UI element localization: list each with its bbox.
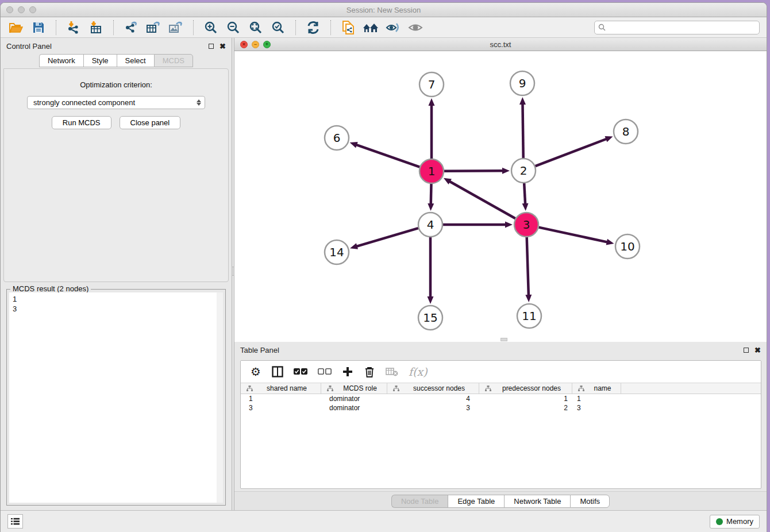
search-input[interactable] <box>608 23 756 32</box>
mcds-result-box: MCDS result (2 nodes) 1 3 <box>6 289 226 506</box>
sitemap-icon <box>485 385 491 391</box>
tab-motifs[interactable]: Motifs <box>570 495 610 508</box>
float-panel-icon[interactable] <box>209 44 214 49</box>
network-close-button[interactable]: × <box>240 41 248 48</box>
cell-name[interactable]: 1 <box>572 395 621 403</box>
node-table: shared nameMCDS rolesuccessor nodesprede… <box>241 383 761 488</box>
node-label-4: 4 <box>427 218 434 232</box>
add-icon[interactable] <box>342 365 353 379</box>
export-image-icon[interactable] <box>167 20 184 36</box>
network-minimize-button[interactable]: – <box>252 41 259 48</box>
close-window-button[interactable] <box>6 6 13 13</box>
table-float-panel-icon[interactable] <box>744 348 749 353</box>
deselect-all-icon[interactable] <box>318 365 332 379</box>
cell-MCDS-role[interactable]: dominator <box>321 404 387 412</box>
tab-node-table[interactable]: Node Table <box>391 495 448 508</box>
run-mcds-button[interactable]: Run MCDS <box>52 116 111 129</box>
zoom-selected-icon[interactable] <box>270 20 287 36</box>
save-session-icon[interactable] <box>30 20 47 36</box>
import-table-icon[interactable] <box>87 20 105 36</box>
task-history-button[interactable] <box>7 514 23 529</box>
node-label-1: 1 <box>428 164 436 178</box>
canvas-splitter-handle[interactable] <box>500 338 507 341</box>
column-header-name[interactable]: name <box>572 383 621 394</box>
columns-icon[interactable] <box>272 365 283 379</box>
zoom-out-icon[interactable] <box>225 20 242 36</box>
control-panel: Control Panel ✖ NetworkStyleSelectMCDS O… <box>1 38 232 510</box>
gear-icon[interactable]: ⚙ <box>250 365 261 379</box>
edge-4-14[interactable] <box>356 228 418 246</box>
edge-2-3[interactable] <box>524 183 525 205</box>
network-window-title: scc.txt <box>490 40 511 49</box>
cell-MCDS-role[interactable]: dominator <box>321 395 387 403</box>
tab-select[interactable]: Select <box>117 54 154 67</box>
network-canvas[interactable]: 7968124314101511 <box>234 51 767 342</box>
tab-mcds[interactable]: MCDS <box>154 54 193 67</box>
tab-network-table[interactable]: Network Table <box>504 495 570 508</box>
optimization-criterion-select[interactable]: strongly connected component <box>27 96 205 109</box>
cell-successor-nodes[interactable]: 3 <box>387 404 479 412</box>
hide-selected-icon[interactable] <box>384 20 402 36</box>
maximize-window-button[interactable] <box>29 6 36 13</box>
show-all-icon[interactable] <box>407 20 424 36</box>
optimization-criterion-label: Optimization criterion: <box>4 80 228 89</box>
node-label-10: 10 <box>620 240 634 253</box>
status-bar: Memory <box>1 510 767 532</box>
result-scrollbar[interactable] <box>217 292 223 503</box>
edge-arrowhead <box>428 203 434 211</box>
cell-name[interactable]: 3 <box>572 404 621 412</box>
cell-shared-name[interactable]: 1 <box>241 395 321 403</box>
column-header-successor-nodes[interactable]: successor nodes <box>387 383 479 394</box>
apply-layout-icon[interactable] <box>305 20 322 36</box>
export-table-icon[interactable] <box>145 20 162 36</box>
delete-table-icon[interactable] <box>386 365 398 379</box>
column-header-MCDS-role[interactable]: MCDS role <box>321 383 387 394</box>
select-all-icon[interactable] <box>294 365 307 379</box>
edge-1-2[interactable] <box>444 171 503 171</box>
table-panel-title: Table Panel <box>240 346 279 354</box>
tab-network[interactable]: Network <box>39 54 83 67</box>
first-neighbors-icon[interactable] <box>362 20 379 36</box>
table-row[interactable]: 1dominator411 <box>241 394 761 403</box>
node-label-9: 9 <box>519 76 526 90</box>
delete-icon[interactable] <box>364 365 375 379</box>
sitemap-icon <box>578 385 584 391</box>
edge-2-9[interactable] <box>522 103 523 158</box>
duplicate-network-icon[interactable] <box>340 20 357 36</box>
column-header-predecessor-nodes[interactable]: predecessor nodes <box>479 383 572 394</box>
cell-shared-name[interactable]: 3 <box>241 404 321 412</box>
network-view-window: × – + scc.txt 7968124314101511 <box>234 38 767 340</box>
cell-predecessor-nodes[interactable]: 1 <box>479 395 572 403</box>
import-network-icon[interactable] <box>65 20 82 36</box>
edge-1-4[interactable] <box>431 184 432 205</box>
cell-predecessor-nodes[interactable]: 2 <box>479 404 572 412</box>
tab-edge-table[interactable]: Edge Table <box>448 495 504 508</box>
close-panel-icon[interactable]: ✖ <box>220 43 226 50</box>
tab-style[interactable]: Style <box>83 54 117 67</box>
mcds-result-text[interactable]: 1 3 <box>9 292 217 503</box>
cell-successor-nodes[interactable]: 4 <box>387 395 479 403</box>
mcds-panel: Optimization criterion: strongly connect… <box>3 68 229 282</box>
zoom-in-icon[interactable] <box>202 20 220 36</box>
edge-3-11[interactable] <box>527 237 529 296</box>
selected-criterion: strongly connected component <box>33 98 197 107</box>
close-panel-button[interactable]: Close panel <box>120 116 181 129</box>
edge-3-1[interactable] <box>449 181 515 218</box>
function-icon[interactable]: f(x) <box>409 365 428 379</box>
network-maximize-button[interactable]: + <box>263 41 271 48</box>
app-window: Session: New Session <box>0 2 767 532</box>
column-header-shared-name[interactable]: shared name <box>241 383 321 394</box>
export-network-icon[interactable] <box>122 20 140 36</box>
table-close-panel-icon[interactable]: ✖ <box>754 346 761 354</box>
edge-3-10[interactable] <box>539 228 608 242</box>
sitemap-icon <box>393 385 399 391</box>
minimize-window-button[interactable] <box>18 6 25 13</box>
edge-arrowhead <box>429 98 435 106</box>
column-label: predecessor nodes <box>494 384 569 392</box>
edge-2-8[interactable] <box>536 138 607 166</box>
zoom-fit-icon[interactable] <box>247 20 264 36</box>
edge-1-6[interactable] <box>356 145 419 167</box>
memory-button[interactable]: Memory <box>710 515 760 529</box>
open-file-icon[interactable] <box>7 20 25 36</box>
table-row[interactable]: 3dominator323 <box>241 403 761 413</box>
